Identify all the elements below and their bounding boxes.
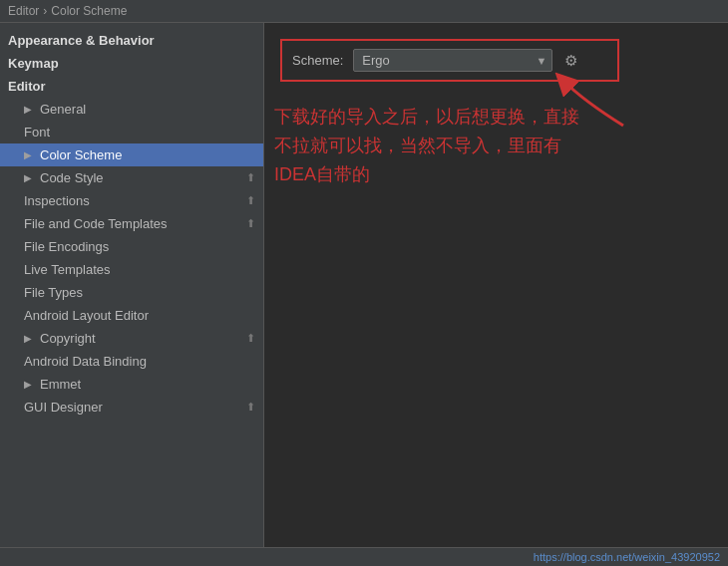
sidebar-item-label: Appearance & Behavior	[8, 33, 155, 48]
sidebar-item-label: Color Scheme	[40, 147, 122, 162]
export-icon: ⬆	[246, 171, 255, 184]
sidebar-item-appearance[interactable]: Appearance & Behavior	[0, 29, 263, 52]
sidebar-item-label: Keymap	[8, 56, 59, 71]
sidebar-item-label: File and Code Templates	[24, 216, 168, 231]
chevron-right-icon: ▶	[24, 104, 36, 116]
sidebar-item-android-data-binding[interactable]: Android Data Binding	[0, 350, 263, 373]
gear-button[interactable]: ⚙	[562, 50, 579, 72]
content-area: Scheme: Default Darcula Ergo High contra…	[264, 23, 728, 547]
scheme-label: Scheme:	[292, 53, 343, 68]
breadcrumb-separator: ›	[43, 4, 47, 18]
main-layout: Appearance & Behavior Keymap Editor ▶ Ge…	[0, 23, 728, 547]
sidebar-item-inspections[interactable]: Inspections ⬆	[0, 189, 263, 212]
sidebar-item-label: Copyright	[40, 331, 96, 346]
chevron-right-icon: ▶	[24, 149, 36, 161]
sidebar-item-label: Font	[24, 125, 50, 140]
sidebar-item-color-scheme[interactable]: ▶ Color Scheme	[0, 143, 263, 166]
export-icon: ⬆	[246, 194, 255, 207]
sidebar-item-editor[interactable]: Editor	[0, 75, 263, 98]
sidebar-item-general[interactable]: ▶ General	[0, 98, 263, 121]
chevron-right-icon: ▶	[24, 379, 36, 391]
sidebar-item-label: Code Style	[40, 170, 104, 185]
sidebar-item-code-style[interactable]: ▶ Code Style ⬆	[0, 166, 263, 189]
sidebar-item-label: File Types	[24, 285, 83, 300]
annotation-text: 下载好的导入之后，以后想更换，直接不拉就可以找，当然不导入，里面有IDEA自带的	[274, 103, 583, 188]
sidebar-item-file-code-templates[interactable]: File and Code Templates ⬆	[0, 212, 263, 235]
sidebar-item-label: Inspections	[24, 193, 90, 208]
scheme-select-wrapper: Default Darcula Ergo High contrast Intel…	[353, 49, 552, 72]
sidebar-item-live-templates[interactable]: Live Templates	[0, 258, 263, 281]
sidebar-item-label: Android Layout Editor	[24, 308, 149, 323]
breadcrumb-current: Color Scheme	[51, 4, 127, 18]
url-bar: https://blog.csdn.net/weixin_43920952	[0, 547, 728, 566]
sidebar-item-label: File Encodings	[24, 239, 109, 254]
sidebar-item-label: Editor	[8, 79, 46, 94]
sidebar-item-label: Android Data Binding	[24, 354, 147, 369]
chevron-right-icon: ▶	[24, 333, 36, 345]
sidebar-item-label: Live Templates	[24, 262, 110, 277]
sidebar-item-file-encodings[interactable]: File Encodings	[0, 235, 263, 258]
breadcrumb: Editor › Color Scheme	[0, 0, 728, 23]
breadcrumb-path: Editor	[8, 4, 39, 18]
sidebar-item-file-types[interactable]: File Types	[0, 281, 263, 304]
url-text: https://blog.csdn.net/weixin_43920952	[534, 551, 720, 563]
sidebar: Appearance & Behavior Keymap Editor ▶ Ge…	[0, 23, 264, 547]
sidebar-item-label: GUI Designer	[24, 400, 103, 415]
sidebar-item-font[interactable]: Font	[0, 121, 263, 143]
scheme-select[interactable]: Default Darcula Ergo High contrast Intel…	[353, 49, 552, 72]
chevron-right-icon: ▶	[24, 172, 36, 184]
sidebar-item-gui-designer[interactable]: GUI Designer ⬆	[0, 396, 263, 419]
sidebar-item-emmet[interactable]: ▶ Emmet	[0, 373, 263, 396]
sidebar-item-copyright[interactable]: ▶ Copyright ⬆	[0, 327, 263, 350]
sidebar-item-label: Emmet	[40, 377, 81, 392]
export-icon: ⬆	[246, 332, 255, 345]
export-icon: ⬆	[246, 401, 255, 414]
sidebar-item-keymap[interactable]: Keymap	[0, 52, 263, 75]
export-icon: ⬆	[246, 217, 255, 230]
sidebar-item-label: General	[40, 102, 86, 117]
sidebar-item-android-layout-editor[interactable]: Android Layout Editor	[0, 304, 263, 327]
